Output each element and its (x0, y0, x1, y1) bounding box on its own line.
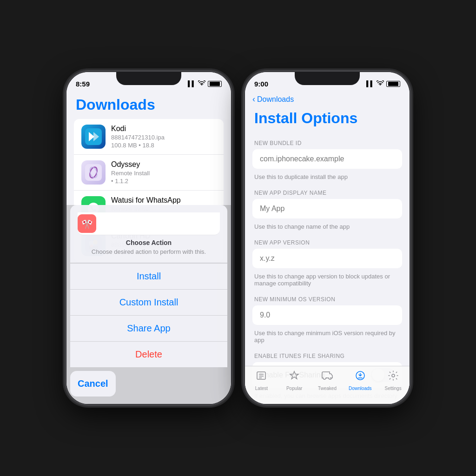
bundle-id-input[interactable] (252, 149, 402, 169)
version-input[interactable] (252, 249, 402, 268)
install-button[interactable]: Install (70, 263, 227, 289)
section-header-bundle: NEW BUNDLE ID (245, 134, 410, 149)
delete-button[interactable]: Delete (70, 341, 227, 367)
version-container (252, 249, 402, 268)
svg-point-20 (392, 374, 395, 377)
battery-icon-2 (386, 81, 400, 87)
tab-settings-label: Settings (385, 386, 402, 391)
page-title-downloads: Downloads (66, 93, 231, 119)
os-version-input[interactable] (252, 305, 402, 325)
tweaked-icon (322, 370, 333, 384)
settings-content: NEW BUNDLE ID Use this to duplicate inst… (245, 134, 410, 404)
odyssey-name: Odyssey (111, 160, 216, 169)
action-sheet-subtitle: Choose desired action to perform with th… (78, 248, 220, 255)
os-version-container (252, 305, 402, 325)
tab-tweaked-label: Tweaked (318, 386, 337, 391)
os-version-desc: Use this to change minimum iOS version r… (245, 327, 410, 347)
cancel-button[interactable]: Cancel (70, 371, 116, 397)
tab-popular[interactable]: Popular (278, 370, 311, 391)
page-title-install: Install Options (245, 108, 410, 134)
svg-rect-3 (85, 164, 102, 181)
odyssey-icon (81, 160, 106, 185)
section-header-os: NEW MINIMUM OS VERSION (245, 291, 410, 305)
action-sheet: 🎌 Choose Action Choose desired action to… (66, 205, 231, 404)
kodi-info: Kodi 8881474721310.ipa 100.8 MB • 18.8 (111, 125, 216, 149)
section-header-itunes: ENABLE ITUNES FILE SHARING (245, 347, 410, 362)
downloads-icon (355, 370, 366, 384)
section-header-version: NEW APP VERSION (245, 234, 410, 249)
version-desc: Use this to change app version to block … (245, 270, 410, 291)
tab-popular-label: Popular (286, 386, 302, 391)
bundle-id-desc: Use this to duplicate install the app (245, 171, 410, 184)
share-app-button[interactable]: Share App (70, 315, 227, 341)
kodi-detail2: 100.8 MB • 18.8 (111, 142, 216, 149)
tab-latest[interactable]: Latest (245, 370, 278, 391)
odyssey-detail2: • 1.1.2 (111, 178, 216, 185)
svg-text:🎌: 🎌 (81, 218, 93, 230)
phone-1: 8:59 ▌▌ (65, 71, 232, 405)
action-sheet-title: Choose Action (78, 239, 220, 246)
status-time-1: 8:59 (76, 80, 90, 88)
signal-icon-2: ▌▌ (366, 80, 374, 87)
action-sheet-header: 🎌 Choose Action Choose desired action to… (70, 205, 227, 263)
wifi-icon-2 (377, 80, 384, 87)
notch-1 (116, 72, 181, 85)
display-name-desc: Use this to change name of the app (245, 220, 410, 234)
tab-downloads-label: Downloads (349, 386, 371, 391)
kodi-detail1: 8881474721310.ipa (111, 134, 216, 141)
status-time-2: 9:00 (254, 80, 268, 88)
status-icons-2: ▌▌ (366, 80, 400, 87)
tab-latest-label: Latest (255, 386, 268, 391)
popular-icon (289, 370, 300, 384)
custom-install-button[interactable]: Custom Install (70, 289, 227, 315)
watusi-name: Watusi for WhatsApp (111, 196, 216, 205)
phone-2: 9:00 ▌▌ (244, 71, 411, 405)
action-sheet-actions: Install Custom Install Share App Delete (70, 263, 227, 367)
app-item-odyssey[interactable]: Odyssey Remote Install • 1.1.2 (74, 155, 224, 191)
kodi-name: Kodi (111, 125, 216, 133)
anime-icon: 🎌 (78, 214, 96, 233)
tab-downloads[interactable]: Downloads (344, 370, 377, 391)
tab-tweaked[interactable]: Tweaked (311, 370, 344, 391)
display-name-input[interactable] (252, 199, 402, 218)
nav-back[interactable]: ‹ Downloads (245, 93, 410, 108)
latest-icon (256, 370, 267, 384)
settings-icon (388, 370, 399, 384)
kodi-icon (81, 125, 106, 149)
battery-icon-1 (208, 81, 222, 87)
odyssey-detail1: Remote Install (111, 170, 216, 177)
status-icons-1: ▌▌ (188, 80, 222, 87)
back-label: Downloads (257, 95, 294, 104)
section-header-name: NEW APP DISPLAY NAME (245, 184, 410, 199)
wifi-icon-1 (198, 80, 205, 87)
tab-settings[interactable]: Settings (377, 370, 410, 391)
odyssey-info: Odyssey Remote Install • 1.1.2 (111, 160, 216, 185)
back-chevron-icon: ‹ (252, 94, 255, 104)
bundle-id-container (252, 149, 402, 169)
partial-app-item: 🎌 (78, 212, 220, 235)
signal-icon-1: ▌▌ (188, 80, 196, 87)
notch-2 (295, 72, 360, 85)
app-item-kodi[interactable]: Kodi 8881474721310.ipa 100.8 MB • 18.8 (74, 119, 224, 155)
display-name-container (252, 199, 402, 218)
tab-bar: Latest Popular (245, 366, 410, 404)
